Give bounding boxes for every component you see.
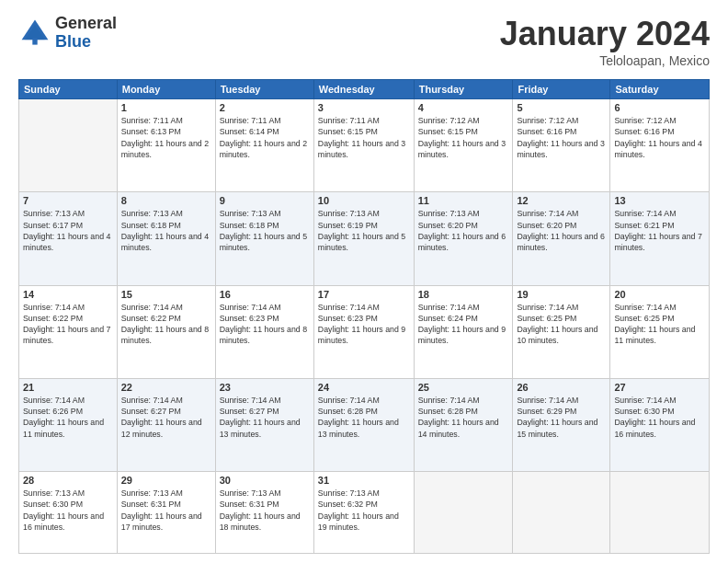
day-number: 19	[517, 289, 606, 300]
day-info: Sunrise: 7:14 AMSunset: 6:30 PMDaylight:…	[614, 395, 705, 440]
weekday-sunday: Sunday	[19, 80, 118, 99]
day-number: 23	[220, 382, 310, 393]
day-cell: 26Sunrise: 7:14 AMSunset: 6:29 PMDayligh…	[513, 378, 610, 471]
day-cell: 28Sunrise: 7:13 AMSunset: 6:30 PMDayligh…	[19, 472, 118, 554]
weekday-header-row: SundayMondayTuesdayWednesdayThursdayFrid…	[19, 80, 710, 99]
day-info: Sunrise: 7:14 AMSunset: 6:25 PMDaylight:…	[517, 302, 606, 347]
day-cell	[513, 472, 610, 554]
day-cell: 27Sunrise: 7:14 AMSunset: 6:30 PMDayligh…	[610, 378, 710, 471]
header: General Blue January 2024 Teloloapan, Me…	[18, 15, 710, 68]
day-number: 10	[318, 195, 410, 206]
day-cell: 23Sunrise: 7:14 AMSunset: 6:27 PMDayligh…	[215, 378, 313, 471]
day-number: 18	[418, 289, 509, 300]
day-number: 27	[614, 382, 705, 393]
day-info: Sunrise: 7:14 AMSunset: 6:28 PMDaylight:…	[318, 395, 410, 440]
week-row-3: 14Sunrise: 7:14 AMSunset: 6:22 PMDayligh…	[19, 285, 710, 378]
day-info: Sunrise: 7:13 AMSunset: 6:18 PMDaylight:…	[220, 208, 310, 253]
day-info: Sunrise: 7:14 AMSunset: 6:22 PMDaylight:…	[121, 302, 211, 347]
day-info: Sunrise: 7:13 AMSunset: 6:17 PMDaylight:…	[23, 208, 113, 253]
day-info: Sunrise: 7:11 AMSunset: 6:13 PMDaylight:…	[121, 115, 211, 160]
day-cell: 14Sunrise: 7:14 AMSunset: 6:22 PMDayligh…	[19, 285, 118, 378]
svg-rect-2	[32, 38, 37, 44]
day-number: 6	[614, 102, 705, 113]
day-cell: 29Sunrise: 7:13 AMSunset: 6:31 PMDayligh…	[117, 472, 215, 554]
day-number: 3	[318, 102, 410, 113]
week-row-1: 1Sunrise: 7:11 AMSunset: 6:13 PMDaylight…	[19, 99, 710, 192]
weekday-thursday: Thursday	[414, 80, 513, 99]
weekday-friday: Friday	[513, 80, 610, 99]
logo-icon	[18, 17, 51, 50]
title-location: Teloloapan, Mexico	[500, 53, 710, 68]
day-number: 11	[418, 195, 509, 206]
day-number: 2	[220, 102, 310, 113]
page: General Blue January 2024 Teloloapan, Me…	[0, 0, 728, 563]
day-cell: 16Sunrise: 7:14 AMSunset: 6:23 PMDayligh…	[215, 285, 313, 378]
weekday-tuesday: Tuesday	[215, 80, 313, 99]
day-cell: 24Sunrise: 7:14 AMSunset: 6:28 PMDayligh…	[313, 378, 414, 471]
day-cell: 4Sunrise: 7:12 AMSunset: 6:15 PMDaylight…	[414, 99, 513, 192]
day-number: 16	[220, 289, 310, 300]
day-info: Sunrise: 7:11 AMSunset: 6:14 PMDaylight:…	[220, 115, 310, 160]
day-info: Sunrise: 7:13 AMSunset: 6:19 PMDaylight:…	[318, 208, 410, 253]
day-number: 7	[23, 195, 113, 206]
day-number: 28	[23, 475, 113, 486]
day-info: Sunrise: 7:13 AMSunset: 6:31 PMDaylight:…	[121, 488, 211, 533]
day-cell	[610, 472, 710, 554]
day-info: Sunrise: 7:13 AMSunset: 6:30 PMDaylight:…	[23, 488, 113, 533]
day-cell: 20Sunrise: 7:14 AMSunset: 6:25 PMDayligh…	[610, 285, 710, 378]
day-info: Sunrise: 7:14 AMSunset: 6:28 PMDaylight:…	[418, 395, 509, 440]
day-info: Sunrise: 7:14 AMSunset: 6:23 PMDaylight:…	[318, 302, 410, 347]
logo: General Blue	[18, 15, 117, 52]
day-info: Sunrise: 7:12 AMSunset: 6:15 PMDaylight:…	[418, 115, 509, 160]
day-cell: 3Sunrise: 7:11 AMSunset: 6:15 PMDaylight…	[313, 99, 414, 192]
day-cell: 9Sunrise: 7:13 AMSunset: 6:18 PMDaylight…	[215, 192, 313, 285]
calendar-table: SundayMondayTuesdayWednesdayThursdayFrid…	[18, 79, 710, 554]
day-info: Sunrise: 7:14 AMSunset: 6:27 PMDaylight:…	[220, 395, 310, 440]
day-cell: 12Sunrise: 7:14 AMSunset: 6:20 PMDayligh…	[513, 192, 610, 285]
day-cell: 19Sunrise: 7:14 AMSunset: 6:25 PMDayligh…	[513, 285, 610, 378]
day-info: Sunrise: 7:12 AMSunset: 6:16 PMDaylight:…	[614, 115, 705, 160]
day-cell: 30Sunrise: 7:13 AMSunset: 6:31 PMDayligh…	[215, 472, 313, 554]
day-cell	[19, 99, 118, 192]
day-number: 22	[121, 382, 211, 393]
day-info: Sunrise: 7:12 AMSunset: 6:16 PMDaylight:…	[517, 115, 606, 160]
day-number: 15	[121, 289, 211, 300]
day-cell: 5Sunrise: 7:12 AMSunset: 6:16 PMDaylight…	[513, 99, 610, 192]
weekday-monday: Monday	[117, 80, 215, 99]
day-info: Sunrise: 7:14 AMSunset: 6:29 PMDaylight:…	[517, 395, 606, 440]
title-month: January 2024	[500, 15, 710, 53]
day-info: Sunrise: 7:14 AMSunset: 6:22 PMDaylight:…	[23, 302, 113, 347]
day-number: 8	[121, 195, 211, 206]
day-cell: 15Sunrise: 7:14 AMSunset: 6:22 PMDayligh…	[117, 285, 215, 378]
day-number: 9	[220, 195, 310, 206]
day-info: Sunrise: 7:13 AMSunset: 6:18 PMDaylight:…	[121, 208, 211, 253]
day-info: Sunrise: 7:11 AMSunset: 6:15 PMDaylight:…	[318, 115, 410, 160]
day-info: Sunrise: 7:14 AMSunset: 6:25 PMDaylight:…	[614, 302, 705, 347]
day-number: 4	[418, 102, 509, 113]
day-cell: 8Sunrise: 7:13 AMSunset: 6:18 PMDaylight…	[117, 192, 215, 285]
day-number: 20	[614, 289, 705, 300]
day-number: 13	[614, 195, 705, 206]
week-row-4: 21Sunrise: 7:14 AMSunset: 6:26 PMDayligh…	[19, 378, 710, 471]
day-number: 25	[418, 382, 509, 393]
day-number: 29	[121, 475, 211, 486]
day-info: Sunrise: 7:14 AMSunset: 6:20 PMDaylight:…	[517, 208, 606, 253]
day-info: Sunrise: 7:13 AMSunset: 6:32 PMDaylight:…	[318, 488, 410, 533]
day-info: Sunrise: 7:13 AMSunset: 6:20 PMDaylight:…	[418, 208, 509, 253]
week-row-2: 7Sunrise: 7:13 AMSunset: 6:17 PMDaylight…	[19, 192, 710, 285]
weekday-wednesday: Wednesday	[313, 80, 414, 99]
week-row-5: 28Sunrise: 7:13 AMSunset: 6:30 PMDayligh…	[19, 472, 710, 554]
day-cell: 17Sunrise: 7:14 AMSunset: 6:23 PMDayligh…	[313, 285, 414, 378]
day-info: Sunrise: 7:14 AMSunset: 6:27 PMDaylight:…	[121, 395, 211, 440]
logo-text: General Blue	[55, 15, 117, 52]
day-cell: 22Sunrise: 7:14 AMSunset: 6:27 PMDayligh…	[117, 378, 215, 471]
title-block: January 2024 Teloloapan, Mexico	[500, 15, 710, 68]
day-cell: 2Sunrise: 7:11 AMSunset: 6:14 PMDaylight…	[215, 99, 313, 192]
day-cell: 18Sunrise: 7:14 AMSunset: 6:24 PMDayligh…	[414, 285, 513, 378]
day-info: Sunrise: 7:13 AMSunset: 6:31 PMDaylight:…	[220, 488, 310, 533]
day-cell: 25Sunrise: 7:14 AMSunset: 6:28 PMDayligh…	[414, 378, 513, 471]
day-number: 17	[318, 289, 410, 300]
day-number: 5	[517, 102, 606, 113]
day-number: 21	[23, 382, 113, 393]
day-number: 26	[517, 382, 606, 393]
